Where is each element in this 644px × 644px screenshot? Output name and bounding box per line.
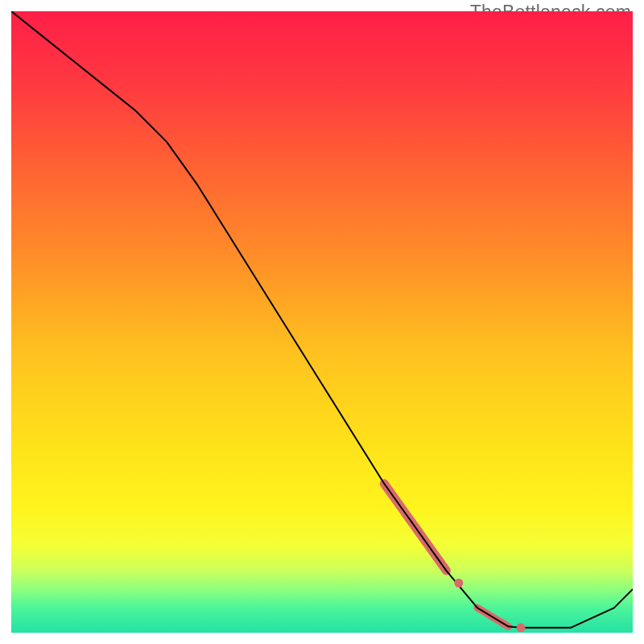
- chart-root: TheBottleneck.com: [0, 0, 644, 644]
- data-layer: [11, 11, 633, 633]
- dot-upper-break: [454, 579, 463, 588]
- dot-flat-point: [517, 623, 526, 632]
- series-main-curve: [11, 11, 633, 628]
- plot-area: [11, 11, 633, 633]
